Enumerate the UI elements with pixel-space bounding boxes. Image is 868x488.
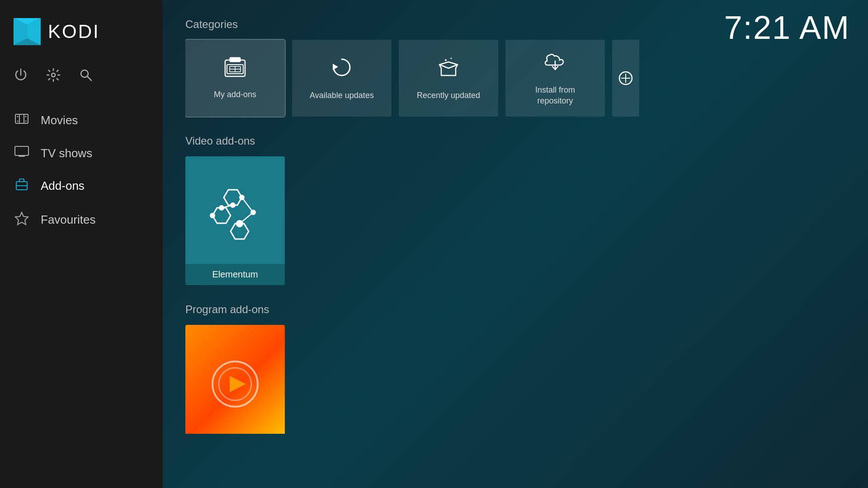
sidebar-quick-icons bbox=[0, 63, 163, 99]
category-available-updates[interactable]: Available updates bbox=[292, 40, 392, 117]
nav-item-favourites[interactable]: Favourites bbox=[0, 203, 163, 237]
install-from-repo-icon bbox=[543, 50, 567, 79]
svg-point-12 bbox=[25, 116, 27, 117]
favourites-label: Favourites bbox=[41, 213, 95, 227]
svg-marker-51 bbox=[230, 376, 246, 392]
categories-grid: My add-ons Available updates bbox=[185, 40, 845, 117]
my-addons-label: My add-ons bbox=[214, 89, 256, 100]
svg-point-30 bbox=[451, 57, 452, 59]
main-content: 7:21 AM Categories My add-ons bbox=[163, 0, 868, 488]
install-from-repo-label: Install from repository bbox=[535, 85, 575, 106]
available-updates-icon bbox=[330, 56, 354, 84]
content-area: Categories My add-ons bbox=[185, 18, 845, 434]
nav-item-movies[interactable]: Movies bbox=[0, 103, 163, 137]
tvshows-label: TV shows bbox=[41, 146, 92, 160]
svg-point-13 bbox=[25, 121, 27, 122]
category-install-from-repo[interactable]: Install from repository bbox=[505, 40, 605, 117]
svg-point-42 bbox=[210, 213, 215, 218]
svg-rect-9 bbox=[15, 114, 28, 123]
program-addons-row bbox=[185, 325, 845, 434]
svg-rect-16 bbox=[15, 146, 28, 155]
svg-rect-23 bbox=[230, 57, 241, 62]
nav-item-addons[interactable]: Add-ons bbox=[0, 169, 163, 203]
svg-line-47 bbox=[240, 212, 253, 224]
program-addon-icon bbox=[208, 357, 262, 411]
my-addons-icon bbox=[223, 56, 247, 83]
settings-icon[interactable] bbox=[46, 68, 61, 85]
svg-line-46 bbox=[242, 197, 253, 212]
app-title: KODI bbox=[48, 21, 100, 42]
sidebar: KODI bbox=[0, 0, 163, 488]
video-addons-section-title: Video add-ons bbox=[185, 135, 845, 147]
svg-point-29 bbox=[445, 59, 447, 61]
recently-updated-label: Recently updated bbox=[417, 90, 480, 101]
svg-rect-15 bbox=[24, 114, 24, 123]
time-display: 7:21 AM bbox=[724, 9, 850, 46]
recently-updated-icon bbox=[437, 56, 460, 84]
addon-elementum[interactable]: Elementum bbox=[185, 156, 285, 285]
program-addons-section-title: Program add-ons bbox=[185, 303, 845, 316]
svg-point-6 bbox=[52, 73, 55, 77]
kodi-logo-icon bbox=[14, 18, 41, 45]
svg-marker-21 bbox=[15, 212, 28, 225]
elementum-label: Elementum bbox=[185, 264, 285, 285]
app-logo-area: KODI bbox=[0, 9, 163, 63]
addon-program1[interactable] bbox=[185, 325, 285, 434]
video-addons-row: Elementum bbox=[185, 156, 845, 285]
addons-icon bbox=[14, 177, 30, 195]
elementum-icon bbox=[203, 183, 267, 246]
power-icon[interactable] bbox=[14, 68, 28, 85]
category-recently-updated[interactable]: Recently updated bbox=[399, 40, 498, 117]
available-updates-label: Available updates bbox=[310, 90, 374, 101]
category-partial[interactable] bbox=[612, 40, 639, 117]
movies-icon bbox=[14, 112, 30, 129]
svg-marker-28 bbox=[333, 64, 338, 70]
svg-point-11 bbox=[17, 121, 19, 122]
movies-label: Movies bbox=[41, 113, 78, 127]
tvshows-icon bbox=[14, 145, 30, 161]
svg-point-31 bbox=[449, 61, 450, 62]
addons-label: Add-ons bbox=[41, 179, 85, 193]
svg-point-10 bbox=[17, 116, 19, 117]
search-icon[interactable] bbox=[79, 68, 93, 85]
nav-item-tvshows[interactable]: TV shows bbox=[0, 137, 163, 169]
favourites-icon bbox=[14, 211, 30, 229]
svg-line-8 bbox=[87, 76, 91, 80]
category-my-addons[interactable]: My add-ons bbox=[185, 40, 285, 117]
main-nav: Movies TV shows Add-ons bbox=[0, 103, 163, 237]
svg-rect-14 bbox=[19, 114, 20, 123]
